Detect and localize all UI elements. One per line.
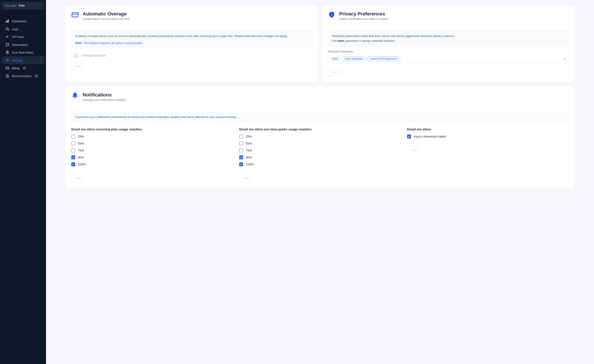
sidebar-item-logs[interactable]: Logs [2,25,44,33]
check-label: 100% [246,163,254,166]
sidebar-item-billing[interactable]: Billing [2,64,44,72]
check-row: 90% [239,156,395,159]
checkbox[interactable] [239,156,243,159]
external-link-icon [35,75,38,77]
bars-icon [6,19,9,23]
sidebar-item-label: Billing [12,67,20,70]
check-label: 90% [78,156,84,159]
check-row: 100% [71,162,227,166]
shield-info-icon [328,11,335,19]
svg-point-11 [331,13,332,14]
check-row: 50% [71,142,227,145]
external-link-icon [23,67,26,69]
overage-note-label: Note: [75,41,83,45]
checkbox[interactable] [71,149,75,152]
notif-col-recurring: Email me when recurring plan usage reach… [71,127,233,182]
redacted-params-label: Redacted Parameters [328,50,569,53]
svg-rect-5 [6,67,9,69]
privacy-card: Privacy Preferences Select parameters yo… [322,6,574,82]
notif-col1-save-button[interactable]: Save [71,175,86,182]
notif-col3-save-button[interactable]: Save [407,147,421,154]
notif-col1-heading: Email me when recurring plan usage reach… [71,127,227,131]
notifications-info: Customize your notification preferences … [71,111,569,123]
svg-rect-1 [7,20,8,23]
overage-note-text: This feature requires an active recurrin… [83,41,143,45]
check-row: 75% [239,149,395,152]
overage-info: Enabling overage allows your account to … [71,30,312,49]
sidebar-item-subscription[interactable]: Subscription [2,41,44,49]
bell-icon [71,92,79,99]
sidebar-item-label: One-Time Packs [12,51,34,54]
notif-col-events: Email me when: Async conversion failed S… [401,127,569,182]
overage-info-text: Enabling overage allows your account to … [75,34,308,39]
sidebar-item-settings[interactable]: Settings [2,56,44,64]
param-chip-locked: html [330,57,340,61]
check-label: 90% [246,156,252,159]
notifications-subtitle: Manage your notification settings [83,98,126,101]
privacy-subtitle: Select parameters you want to redact [339,17,388,20]
credit-card-icon [71,11,79,19]
sidebar-item-one-time-packs[interactable]: One-Time Packs [2,49,44,56]
notif-col2-save-button[interactable]: Save [239,175,253,182]
param-chip[interactable]: httpCredentials [342,56,365,61]
privacy-title: Privacy Preferences [339,11,388,17]
notif-col-onetime: Email me when one-time packs usage reach… [233,127,401,182]
plan-label: Your plan: [4,4,17,7]
svg-line-4 [8,30,9,31]
plan-value: Free [19,4,25,7]
check-row: 75% [71,149,227,152]
overage-card: Automatic Overage Uninterrupted service … [66,6,318,82]
card-icon [6,66,9,70]
sidebar-item-label: Documentation [12,74,32,78]
checkbox[interactable] [239,162,243,166]
sidebar-item-api-keys[interactable]: API Keys [2,33,44,41]
checkbox[interactable] [239,142,243,145]
svg-point-3 [6,28,8,30]
redacted-params-select[interactable]: html httpCredentials customS3PresignedUr… [328,54,569,63]
overage-save-button[interactable]: Save [71,63,86,70]
check-label: 75% [246,149,252,152]
sidebar-nav: DashboardLogsAPI KeysSubscriptionOne-Tim… [0,17,46,80]
checkbox[interactable] [239,149,243,152]
notif-col3-heading: Email me when: [407,127,563,131]
checkbox[interactable] [407,135,411,138]
stack-icon [6,51,9,54]
check-label: 25% [78,135,84,138]
privacy-save-button[interactable]: Save [328,68,342,76]
gear-icon [6,58,9,62]
plan-badge: Your plan: Free [2,2,44,9]
check-label: 50% [246,142,252,145]
checkbox[interactable] [71,162,75,166]
privacy-info-line1: Redacted parameters mean that their valu… [332,34,565,39]
param-chip[interactable]: customS3PresignedUrl [367,56,400,61]
check-row: 25% [71,135,227,138]
notifications-title: Notifications [83,92,126,98]
check-row: 90% [71,156,227,159]
checkbox[interactable] [71,142,75,145]
sidebar-item-documentation[interactable]: Documentation [2,72,44,80]
sidebar-item-label: Subscription [12,43,28,46]
checkbox[interactable] [71,156,75,159]
privacy-info: Redacted parameters mean that their valu… [328,30,569,47]
sidebar-item-dashboard[interactable]: Dashboard [2,17,44,25]
sidebar: Your plan: Free DashboardLogsAPI KeysSub… [0,0,46,364]
check-row: Async conversion failed [407,135,563,138]
svg-rect-2 [8,19,9,23]
check-row: 50% [239,142,395,145]
checkbox[interactable] [239,135,243,138]
check-label: 100% [78,163,86,166]
overage-title: Automatic Overage [83,11,129,17]
check-label: 75% [78,149,84,152]
sidebar-item-label: Settings [12,59,22,62]
chevron-down-icon: ▼ [563,58,566,60]
check-label: 50% [78,142,84,145]
sidebar-item-label: API Keys [12,35,24,39]
svg-rect-12 [331,14,332,16]
check-label: Async conversion failed [414,135,446,138]
check-row: 100% [239,162,395,166]
checkbox[interactable] [71,135,75,138]
check-label: 25% [246,135,252,138]
notifications-card: Notifications Manage your notification s… [66,86,574,188]
overage-toggle[interactable] [71,53,79,58]
overage-subtitle: Uninterrupted service past your limit [83,17,129,20]
